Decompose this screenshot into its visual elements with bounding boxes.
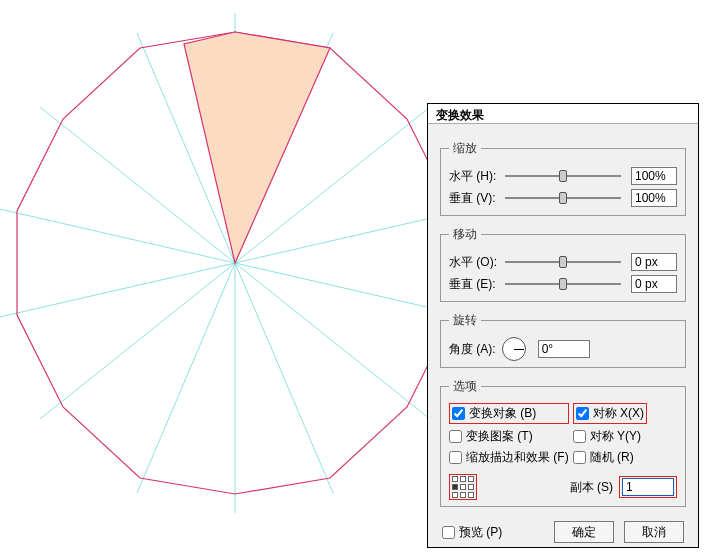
move-legend: 移动 bbox=[449, 226, 481, 243]
opt-random-label: 随机 (R) bbox=[590, 449, 634, 466]
rotate-legend: 旋转 bbox=[449, 312, 481, 329]
opt-reflect-x-label: 对称 X(X) bbox=[593, 405, 644, 422]
options-group: 选项 变换对象 (B) 对称 X(X) 变换图案 (T) bbox=[440, 378, 686, 507]
ok-button[interactable]: 确定 bbox=[554, 521, 614, 543]
angle-dial[interactable] bbox=[502, 337, 526, 361]
scale-v-label: 垂直 (V): bbox=[449, 190, 501, 207]
svg-line-5 bbox=[235, 263, 430, 419]
opt-reflect-y-label: 对称 Y(Y) bbox=[590, 428, 641, 445]
opt-reflect-y[interactable]: 对称 Y(Y) bbox=[573, 428, 677, 445]
opt-transform-patterns[interactable]: 变换图案 (T) bbox=[449, 428, 569, 445]
move-h-value[interactable] bbox=[631, 253, 677, 271]
move-h-slider[interactable] bbox=[505, 255, 621, 269]
opt-transform-objects-chk[interactable] bbox=[452, 407, 465, 420]
opt-transform-objects-label: 变换对象 (B) bbox=[469, 405, 536, 422]
opt-random[interactable]: 随机 (R) bbox=[573, 449, 677, 466]
angle-label: 角度 (A): bbox=[449, 341, 496, 358]
cancel-button[interactable]: 取消 bbox=[624, 521, 684, 543]
copies-label: 副本 (S) bbox=[570, 479, 613, 496]
preview-label: 预览 (P) bbox=[459, 524, 502, 541]
opt-reflect-y-chk[interactable] bbox=[573, 430, 586, 443]
transform-effect-dialog: 变换效果 缩放 水平 (H): 垂直 (V): bbox=[427, 103, 699, 548]
reference-point-grid-icon[interactable] bbox=[452, 476, 474, 498]
scale-legend: 缩放 bbox=[449, 140, 481, 157]
canvas-preview bbox=[0, 0, 440, 554]
copies-input[interactable] bbox=[622, 478, 674, 496]
preview-checkbox[interactable]: 预览 (P) bbox=[442, 524, 502, 541]
rotate-group: 旋转 角度 (A): bbox=[440, 312, 686, 368]
svg-line-9 bbox=[40, 263, 235, 419]
svg-line-8 bbox=[137, 263, 235, 493]
scale-h-value[interactable] bbox=[631, 167, 677, 185]
opt-reflect-x-chk[interactable] bbox=[576, 407, 589, 420]
move-v-label: 垂直 (E): bbox=[449, 276, 501, 293]
scale-v-slider[interactable] bbox=[505, 191, 621, 205]
move-group: 移动 水平 (O): 垂直 (E): bbox=[440, 226, 686, 302]
scale-v-value[interactable] bbox=[631, 189, 677, 207]
preview-chk[interactable] bbox=[442, 526, 455, 539]
opt-random-chk[interactable] bbox=[573, 451, 586, 464]
move-v-slider[interactable] bbox=[505, 277, 621, 291]
svg-marker-15 bbox=[184, 32, 330, 263]
opt-scale-strokes-chk[interactable] bbox=[449, 451, 462, 464]
opt-scale-strokes-label: 缩放描边和效果 (F) bbox=[466, 449, 569, 466]
opt-transform-patterns-chk[interactable] bbox=[449, 430, 462, 443]
svg-line-3 bbox=[235, 207, 440, 263]
opt-reflect-x[interactable]: 对称 X(X) bbox=[576, 405, 644, 422]
dialog-title: 变换效果 bbox=[428, 104, 698, 124]
svg-line-4 bbox=[235, 263, 440, 319]
opt-scale-strokes[interactable]: 缩放描边和效果 (F) bbox=[449, 449, 569, 466]
svg-line-6 bbox=[235, 263, 333, 493]
angle-value[interactable] bbox=[538, 340, 590, 358]
move-v-value[interactable] bbox=[631, 275, 677, 293]
scale-group: 缩放 水平 (H): 垂直 (V): bbox=[440, 140, 686, 216]
options-legend: 选项 bbox=[449, 378, 481, 395]
opt-transform-patterns-label: 变换图案 (T) bbox=[466, 428, 533, 445]
opt-transform-objects[interactable]: 变换对象 (B) bbox=[452, 405, 536, 422]
scale-h-label: 水平 (H): bbox=[449, 168, 501, 185]
scale-h-slider[interactable] bbox=[505, 169, 621, 183]
move-h-label: 水平 (O): bbox=[449, 254, 501, 271]
